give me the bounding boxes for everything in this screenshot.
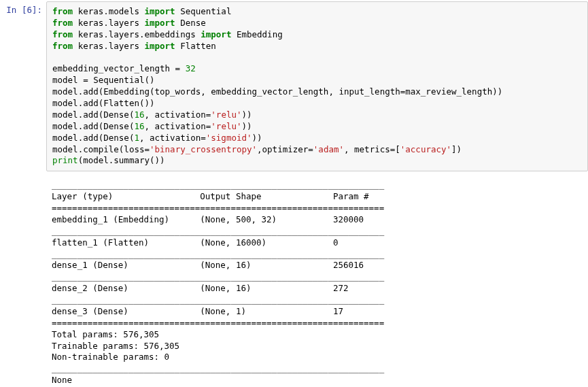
separator-line: ________________________________________… xyxy=(52,249,384,259)
builtin-print: print xyxy=(52,155,78,165)
separator-line: ________________________________________… xyxy=(52,180,384,190)
code-text: model.add(Dense( xyxy=(52,121,134,131)
table-row: dense_3 (Dense) (None, 1) 17 xyxy=(52,306,384,316)
code-text: (model.summary()) xyxy=(78,155,165,165)
string-literal: 'relu' xyxy=(211,121,241,131)
code-text: , activation= xyxy=(144,110,211,120)
number-literal: 16 xyxy=(134,121,144,131)
code-text: Flatten xyxy=(175,41,216,51)
keyword-from: from xyxy=(52,6,73,16)
input-prompt: In [6]: xyxy=(0,1,46,15)
code-text: model.compile(loss= xyxy=(52,144,150,154)
keyword-import: import xyxy=(201,29,231,39)
keyword-from: from xyxy=(52,41,73,51)
output-prompt xyxy=(0,173,46,176)
separator-line: ========================================… xyxy=(52,203,384,213)
code-text: keras.layers xyxy=(73,18,144,28)
number-literal: 32 xyxy=(186,63,196,73)
summary-total-params: Total params: 576,305 xyxy=(52,329,159,339)
string-literal: 'binary_crossentropy' xyxy=(150,144,257,154)
number-literal: 1 xyxy=(134,133,139,143)
code-text: )) xyxy=(241,110,252,120)
code-text: model.add(Embedding(top_words, embedding… xyxy=(52,86,502,97)
summary-trainable-params: Trainable params: 576,305 xyxy=(52,341,179,351)
keyword-import: import xyxy=(144,6,175,16)
return-none: None xyxy=(52,375,72,385)
summary-non-trainable-params: Non-trainable params: 0 xyxy=(52,352,169,362)
code-input[interactable]: from keras.models import Sequential from… xyxy=(46,1,588,171)
code-text: , activation= xyxy=(144,121,211,131)
table-row: flatten_1 (Flatten) (None, 16000) 0 xyxy=(52,237,384,248)
code-text: ,optimizer= xyxy=(257,144,313,154)
code-cell: In [6]: from keras.models import Sequent… xyxy=(0,0,588,171)
number-literal: 16 xyxy=(134,110,144,120)
code-text: model = Sequential() xyxy=(52,75,155,85)
code-text: embedding_vector_length = xyxy=(52,63,186,73)
code-text: Sequential xyxy=(175,6,232,16)
table-header: Layer (type) Output Shape Param # xyxy=(52,191,384,201)
code-text: model.add(Dense( xyxy=(52,110,134,120)
code-text: Dense xyxy=(175,18,206,28)
code-text: keras.layers xyxy=(73,41,144,51)
keyword-from: from xyxy=(52,29,73,39)
table-row: dense_1 (Dense) (None, 16) 256016 xyxy=(52,260,384,270)
string-literal: 'relu' xyxy=(211,110,241,120)
code-text: model.add(Dense( xyxy=(52,133,134,143)
string-literal: 'adam' xyxy=(313,144,344,154)
stdout-output: ________________________________________… xyxy=(46,173,588,387)
string-literal: 'accuracy' xyxy=(400,144,451,154)
separator-line: ________________________________________… xyxy=(52,271,384,282)
code-text: model.add(Flatten()) xyxy=(52,98,155,108)
code-text: keras.models xyxy=(73,6,144,16)
separator-line: ________________________________________… xyxy=(52,226,384,236)
code-text: ]) xyxy=(451,144,462,154)
code-text: keras.layers.embeddings xyxy=(73,29,201,39)
keyword-import: import xyxy=(144,41,175,51)
string-literal: 'sigmoid' xyxy=(206,133,252,143)
code-text: Embedding xyxy=(231,29,282,39)
table-row: dense_2 (Dense) (None, 16) 272 xyxy=(52,283,384,293)
table-row: embedding_1 (Embedding) (None, 500, 32) … xyxy=(52,214,384,224)
separator-line: ________________________________________… xyxy=(52,363,384,373)
code-text: )) xyxy=(252,133,262,143)
output-cell: ________________________________________… xyxy=(0,171,588,387)
code-text: , metrics=[ xyxy=(344,144,400,154)
code-text: )) xyxy=(241,121,252,131)
keyword-from: from xyxy=(52,18,73,28)
code-text: , activation= xyxy=(139,133,206,143)
separator-line: ========================================… xyxy=(52,318,384,328)
keyword-import: import xyxy=(144,18,175,28)
separator-line: ________________________________________… xyxy=(52,295,384,305)
